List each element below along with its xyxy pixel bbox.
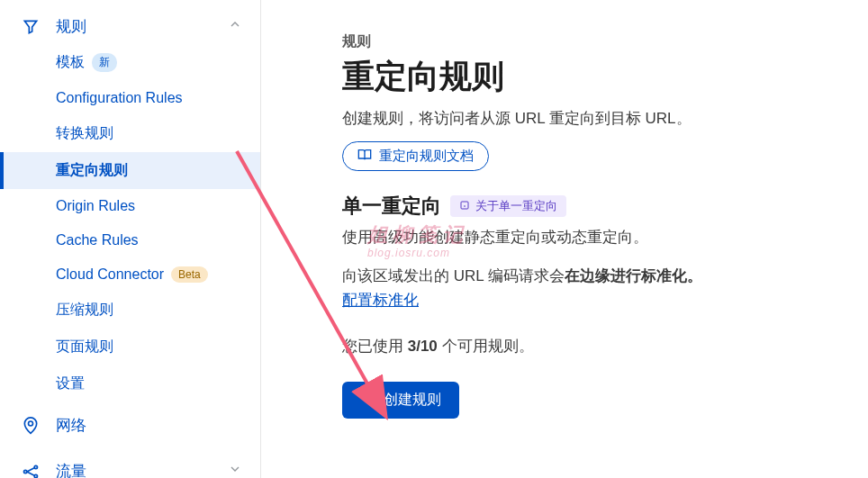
sidebar-item-redirect-rules[interactable]: 重定向规则 (0, 152, 260, 189)
create-rule-button[interactable]: 创建规则 (342, 382, 459, 419)
sidebar-item-label: Cloud Connector (56, 266, 164, 283)
sidebar-traffic[interactable]: 流量 (0, 448, 260, 478)
about-badge-label: 关于单一重定向 (475, 198, 557, 214)
sidebar-item-label: 模板 (56, 53, 85, 72)
info-icon (459, 200, 470, 213)
sidebar-item-label: Cache Rules (56, 232, 139, 248)
main-content: 规则 重定向规则 创建规则，将访问者从源 URL 重定向到目标 URL。 重定向… (261, 0, 868, 478)
sidebar-rules-header[interactable]: 规则 (0, 9, 260, 44)
sidebar-item-cloud-connector[interactable]: Cloud Connector Beta (0, 257, 260, 292)
section-header: 单一重定向 关于单一重定向 (342, 193, 832, 220)
section-description: 使用高级功能创建静态重定向或动态重定向。 (342, 227, 832, 248)
sidebar-item-label: 设置 (56, 374, 85, 393)
sidebar-item-compression-rules[interactable]: 压缩规则 (0, 292, 260, 329)
sidebar-item-label: 重定向规则 (56, 161, 128, 180)
sidebar-item-transform-rules[interactable]: 转换规则 (0, 115, 260, 152)
network-icon (20, 463, 41, 479)
badge-new: 新 (92, 53, 117, 72)
sidebar-network-label: 网络 (56, 415, 242, 436)
sidebar-network[interactable]: 网络 (0, 402, 260, 448)
about-badge[interactable]: 关于单一重定向 (450, 195, 566, 217)
sidebar-item-label: 压缩规则 (56, 301, 113, 320)
sidebar-item-cache-rules[interactable]: Cache Rules (0, 223, 260, 257)
section-title: 单一重定向 (342, 193, 441, 220)
chevron-down-icon (228, 462, 242, 478)
create-rule-label: 创建规则 (384, 391, 441, 410)
page-title: 重定向规则 (342, 55, 832, 99)
sidebar-traffic-label: 流量 (56, 461, 228, 478)
location-icon (20, 417, 41, 435)
docs-button[interactable]: 重定向规则文档 (342, 141, 489, 171)
sidebar-item-label: Origin Rules (56, 198, 135, 214)
docs-button-label: 重定向规则文档 (379, 148, 474, 165)
breadcrumb: 规则 (342, 32, 832, 51)
sidebar: 规则 模板 新 Configuration Rules 转换规则 重定向规则 O… (0, 0, 261, 478)
sidebar-item-label: Configuration Rules (56, 90, 183, 106)
svg-point-1 (24, 470, 27, 473)
sidebar-item-label: 页面规则 (56, 338, 113, 356)
chevron-up-icon (228, 17, 242, 36)
book-icon (357, 148, 372, 165)
svg-point-0 (29, 421, 33, 426)
plus-icon (360, 392, 375, 410)
page-description: 创建规则，将访问者从源 URL 重定向到目标 URL。 (342, 108, 832, 129)
filter-icon (20, 18, 41, 36)
badge-beta: Beta (171, 266, 208, 283)
sidebar-item-page-rules[interactable]: 页面规则 (0, 329, 260, 365)
sidebar-item-configuration-rules[interactable]: Configuration Rules (0, 81, 260, 115)
svg-point-2 (34, 465, 37, 468)
normalization-text: 向该区域发出的 URL 编码请求会在边缘进行标准化。 (342, 266, 832, 286)
normalization-link[interactable]: 配置标准化 (342, 290, 419, 311)
sidebar-item-templates[interactable]: 模板 新 (0, 44, 260, 81)
svg-point-3 (34, 474, 37, 477)
sidebar-item-label: 转换规则 (56, 124, 113, 143)
sidebar-rules-label: 规则 (56, 16, 228, 37)
sidebar-item-settings[interactable]: 设置 (0, 365, 260, 402)
usage-text: 您已使用 3/10 个可用规则。 (342, 336, 832, 356)
sidebar-item-origin-rules[interactable]: Origin Rules (0, 189, 260, 223)
